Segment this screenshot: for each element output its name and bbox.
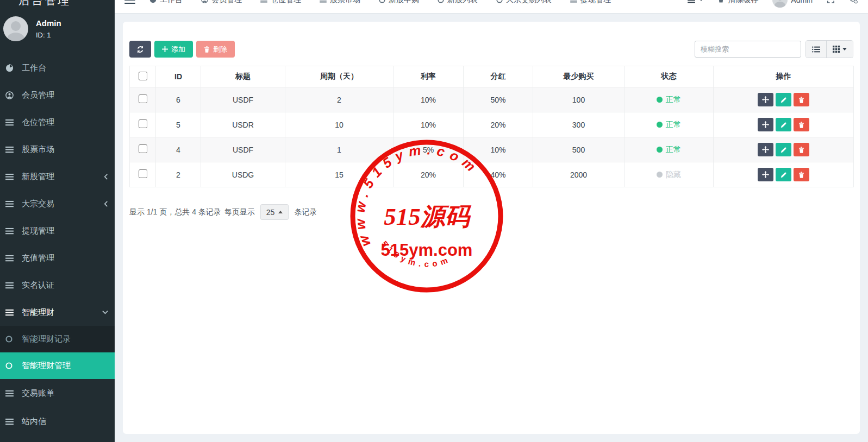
list-view-icon — [812, 46, 820, 53]
nav-tab-block-trade-list[interactable]: 大宗交易列表 — [496, 0, 552, 5]
page-size-value: 25 — [266, 208, 275, 217]
header-period: 周期（天） — [285, 66, 394, 87]
edit-button[interactable] — [776, 168, 791, 181]
clear-cache-label: 清除缓存 — [728, 0, 758, 5]
move-button[interactable] — [758, 143, 773, 156]
select-all-checkbox[interactable] — [139, 72, 147, 80]
sidebar-item-positions[interactable]: 仓位管理 — [0, 109, 115, 136]
delete-button[interactable]: 删除 — [196, 41, 235, 58]
cell-period: 2 — [285, 87, 394, 112]
list-icon — [5, 146, 17, 153]
table-header-row: ID 标题 周期（天） 利率 分红 最少购买 状态 操作 — [130, 66, 854, 87]
expand-button[interactable] — [827, 0, 835, 4]
sidebar-item-site-message[interactable]: 站内信 — [0, 408, 115, 435]
chevron-left-icon — [104, 174, 108, 180]
nav-tab-withdraw[interactable]: 提现管理 — [570, 0, 611, 5]
sidebar-item-withdraw[interactable]: 提现管理 — [0, 217, 115, 244]
sidebar-item-stock-market[interactable]: 股票市场 — [0, 136, 115, 163]
list-icon — [5, 309, 17, 316]
move-button[interactable] — [758, 168, 773, 181]
gears-icon — [849, 0, 858, 4]
content-card: 添加 删除 — [123, 22, 860, 434]
sidebar-item-block-trade[interactable]: 大宗交易 — [0, 190, 115, 217]
arrows-move-icon — [762, 146, 769, 153]
sidebar-item-recharge[interactable]: 充值管理 — [0, 244, 115, 271]
settings-button[interactable] — [849, 0, 858, 4]
dashboard-icon — [149, 0, 157, 3]
circle-icon — [438, 0, 444, 3]
table-row: 2 USDG 15 20% 40% 2000 隐藏 — [130, 162, 854, 187]
delete-row-button[interactable] — [794, 143, 809, 156]
trash-icon — [204, 46, 210, 53]
sidebar-item-smart-finance[interactable]: 智能理财 — [0, 299, 115, 326]
sidebar-item-real-name[interactable]: 实名认证 — [0, 271, 115, 299]
cell-id: 5 — [156, 112, 201, 137]
table-row: 4 USDF 1 5% 10% 500 正常 — [130, 137, 854, 162]
refresh-icon — [136, 46, 144, 53]
cell-dividend: 20% — [464, 112, 533, 137]
move-button[interactable] — [758, 118, 773, 131]
add-button[interactable]: 添加 — [154, 41, 193, 58]
nav-tab-label: 大宗交易列表 — [506, 0, 552, 5]
row-checkbox[interactable] — [139, 169, 147, 178]
nav-tab-stock-market[interactable]: 股票市场 — [320, 0, 360, 5]
sidebar-submenu: 智能理财记录 智能理财管理 — [0, 326, 115, 379]
table-toolbar: 添加 删除 — [129, 40, 853, 58]
sidebar-item-workbench[interactable]: 工作台 — [0, 54, 115, 81]
nav-tab-new-share-list[interactable]: 新股列表 — [438, 0, 478, 5]
columns-view-button[interactable] — [826, 41, 853, 58]
header-status: 状态 — [625, 66, 714, 87]
delete-row-button[interactable] — [794, 93, 809, 106]
edit-button[interactable] — [776, 118, 791, 131]
user-menu[interactable]: Admin — [772, 0, 813, 8]
row-checkbox[interactable] — [139, 144, 147, 153]
status-dot-icon — [657, 147, 663, 153]
cell-min-buy: 2000 — [533, 162, 625, 187]
nav-tab-positions[interactable]: 仓位管理 — [260, 0, 301, 5]
cell-period: 10 — [285, 112, 394, 137]
user-icon — [5, 91, 17, 99]
row-checkbox[interactable] — [139, 119, 147, 128]
caret-down-icon — [842, 48, 847, 50]
list-icon — [5, 173, 17, 180]
list-icon — [5, 119, 17, 126]
sidebar-subitem-smart-finance-records[interactable]: 智能理财记录 — [0, 326, 115, 352]
edit-button[interactable] — [776, 143, 791, 156]
row-checkbox[interactable] — [139, 94, 147, 103]
cell-id: 6 — [156, 87, 201, 112]
status-badge: 隐藏 — [657, 170, 681, 180]
cell-title: USDF — [201, 137, 285, 162]
caret-down-icon — [699, 0, 703, 1]
refresh-button[interactable] — [129, 41, 151, 58]
move-button[interactable] — [758, 93, 773, 106]
sidebar-item-trade-bills[interactable]: 交易账单 — [0, 379, 115, 408]
page-size-dropdown[interactable]: 25 — [260, 204, 289, 220]
list-icon — [5, 282, 17, 289]
nav-tab-label: 股票市场 — [330, 0, 360, 5]
nav-tab-workbench[interactable]: 工作台 — [149, 0, 183, 5]
nav-tab-new-share-apply[interactable]: 新股申购 — [379, 0, 419, 5]
nav-tab-label: 仓位管理 — [271, 0, 301, 5]
hamburger-icon[interactable] — [124, 0, 135, 4]
sidebar-item-new-shares[interactable]: 新股管理 — [0, 163, 115, 190]
clear-cache-button[interactable]: 清除缓存 — [717, 0, 758, 5]
list-icon — [5, 228, 17, 235]
delete-row-button[interactable] — [794, 168, 809, 181]
sidebar-item-label: 会员管理 — [22, 90, 54, 100]
list-view-button[interactable] — [806, 41, 826, 58]
arrows-move-icon — [762, 121, 769, 128]
edit-button[interactable] — [776, 93, 791, 106]
trash-icon — [798, 147, 804, 153]
sidebar-item-members[interactable]: 会员管理 — [0, 81, 115, 109]
sidebar-subitem-label: 智能理财管理 — [22, 361, 71, 371]
nav-tab-members[interactable]: 会员管理 — [201, 0, 242, 5]
sidebar-subitem-smart-finance-manage[interactable]: 智能理财管理 — [0, 352, 115, 379]
delete-row-button[interactable] — [794, 118, 809, 131]
per-page-suffix: 条记录 — [294, 207, 317, 217]
tab-menu-dropdown[interactable] — [687, 0, 703, 3]
grid-icon — [833, 46, 840, 53]
search-input[interactable] — [695, 41, 801, 58]
avatar — [3, 16, 28, 41]
list-icon — [570, 0, 577, 3]
arrows-move-icon — [762, 171, 769, 178]
